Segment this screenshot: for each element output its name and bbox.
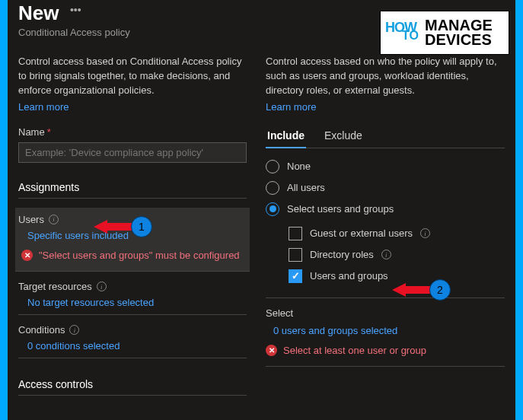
access-controls-heading: Access controls (18, 378, 247, 396)
target-resources-block[interactable]: Target resources i No target resources s… (18, 281, 247, 315)
checkbox-users-groups[interactable]: ✓ Users and groups (289, 266, 505, 287)
select-error-text: Select at least one user or group (283, 344, 426, 358)
info-icon[interactable]: i (381, 250, 391, 259)
error-icon: ✕ (266, 345, 277, 356)
radio-none[interactable]: None (266, 156, 505, 177)
more-icon[interactable]: ••• (70, 4, 81, 16)
checkbox-guest-users[interactable]: Guest or external users i (289, 223, 505, 244)
conditions-link[interactable]: 0 conditions selected (18, 340, 247, 352)
target-link[interactable]: No target resources selected (18, 297, 247, 308)
radio-all-users[interactable]: All users (266, 177, 505, 199)
info-icon[interactable]: i (69, 325, 79, 335)
users-error-text: "Select users and groups" must be config… (39, 249, 240, 262)
right-description: Control access based on who the policy w… (266, 55, 505, 98)
tab-include[interactable]: Include (266, 123, 306, 148)
assignments-heading: Assignments (18, 181, 247, 199)
name-input[interactable] (18, 142, 247, 163)
conditions-block[interactable]: Conditions i 0 conditions selected (18, 324, 247, 358)
error-icon: ✕ (21, 250, 33, 261)
name-label: Name* (18, 126, 247, 138)
info-icon[interactable]: i (420, 228, 430, 238)
info-icon[interactable]: i (49, 215, 59, 224)
users-link[interactable]: Specific users included (18, 230, 247, 241)
howto-manage-devices-logo: HOW TO MANAGE DEVICES (380, 11, 509, 55)
info-icon[interactable]: i (97, 282, 107, 291)
select-label: Select (266, 298, 505, 319)
left-description: Control access based on Conditional Acce… (18, 55, 247, 98)
tab-exclude[interactable]: Exclude (323, 123, 364, 148)
checkbox-directory-roles[interactable]: Directory roles i (289, 244, 505, 266)
users-assignment-block[interactable]: Users i Specific users included ✕ "Selec… (15, 208, 250, 272)
page-title: New (18, 2, 59, 24)
learn-more-link[interactable]: Learn more (18, 101, 247, 113)
radio-select-users[interactable]: Select users and groups (266, 199, 505, 220)
conditions-title: Conditions (18, 324, 65, 336)
target-title: Target resources (18, 281, 92, 292)
select-users-link[interactable]: 0 users and groups selected (266, 325, 505, 336)
users-title: Users (18, 214, 44, 225)
learn-more-link-right[interactable]: Learn more (266, 101, 505, 113)
